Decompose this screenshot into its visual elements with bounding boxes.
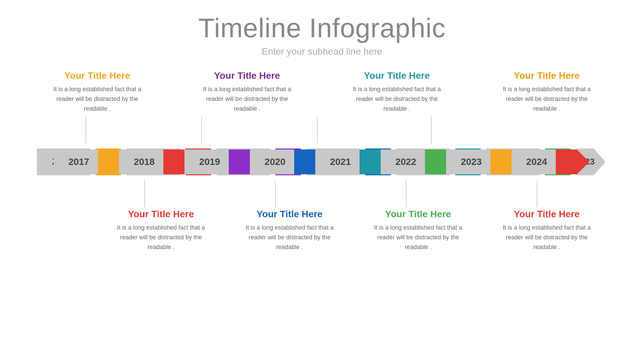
top-text-1: It is a long established fact that a rea… (50, 84, 144, 113)
svg-marker-64 (556, 149, 589, 174)
bottom-text-2: It is a long established fact that a rea… (243, 223, 336, 252)
bottom-text-1: It is a long established fact that a rea… (114, 223, 208, 252)
bottom-text-4: It is a long established fact that a rea… (500, 223, 594, 252)
svg-text:2023: 2023 (461, 157, 482, 167)
bottom-label-1: Your Title Here It is a long established… (114, 209, 208, 252)
svg-text:2018: 2018 (134, 157, 155, 167)
top-text-4: It is a long established fact that a rea… (500, 84, 594, 113)
bottom-title-2: Your Title Here (243, 209, 336, 220)
top-title-2: Your Title Here (200, 70, 294, 81)
subtitle: Enter your subhead line here (262, 46, 382, 57)
top-title-4: Your Title Here (500, 70, 594, 81)
svg-text:2017: 2017 (68, 157, 89, 167)
top-title-1: Your Title Here (50, 70, 144, 81)
svg-text:2020: 2020 (265, 157, 285, 167)
top-text-3: It is a long established fact that a rea… (350, 84, 444, 113)
svg-text:2019: 2019 (199, 157, 220, 167)
top-label-1: Your Title Here It is a long established… (50, 70, 144, 113)
bottom-text-3: It is a long established fact that a rea… (371, 223, 465, 252)
bottom-label-2: Your Title Here It is a long established… (243, 209, 336, 252)
main-title: Timeline Infographic (198, 13, 445, 43)
svg-text:2021: 2021 (330, 157, 351, 167)
svg-text:2024: 2024 (526, 157, 547, 167)
bottom-title-4: Your Title Here (500, 209, 594, 220)
timeline: 2017 2018 2019 2020 (37, 143, 607, 180)
page: Timeline Infographic Enter your subhead … (0, 0, 644, 362)
top-text-2: It is a long established fact that a rea… (200, 84, 294, 113)
top-label-2: Your Title Here It is a long established… (200, 70, 294, 113)
top-label-4: Your Title Here It is a long established… (500, 70, 594, 113)
bottom-title-3: Your Title Here (371, 209, 465, 220)
bottom-label-3: Your Title Here It is a long established… (371, 209, 465, 252)
top-title-3: Your Title Here (350, 70, 444, 81)
bottom-label-4: Your Title Here It is a long established… (500, 209, 594, 252)
bottom-title-1: Your Title Here (114, 209, 208, 220)
top-label-3: Your Title Here It is a long established… (350, 70, 444, 113)
svg-text:2022: 2022 (395, 157, 416, 167)
